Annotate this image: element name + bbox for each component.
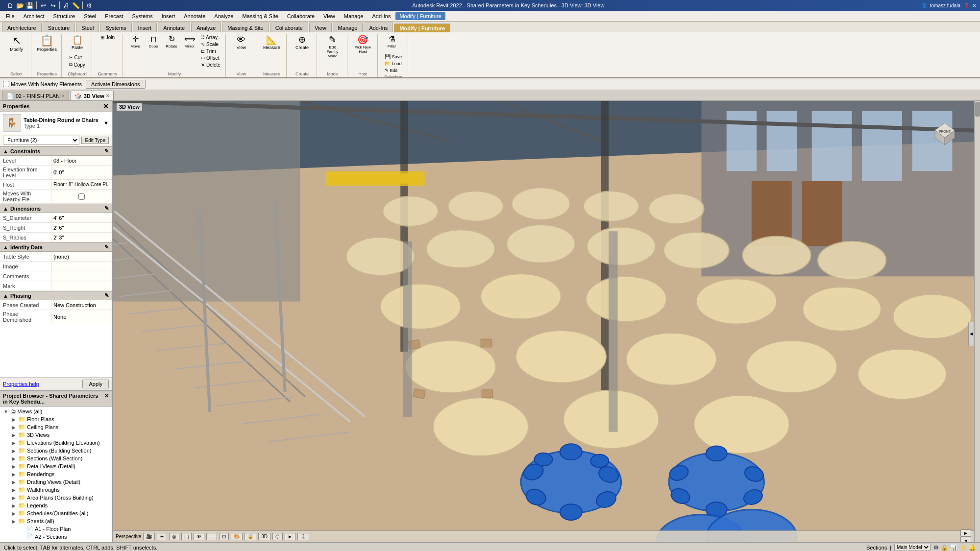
menu-steel[interactable]: Steel	[80, 12, 100, 20]
prop-height-input[interactable]	[53, 225, 110, 231]
moves-with-nearby-checkbox-label[interactable]: Moves With Nearby Elements	[3, 81, 82, 87]
move-btn[interactable]: ✛ Move	[126, 34, 144, 60]
vp-camera-btn[interactable]: 🎥	[143, 533, 155, 540]
menu-precast[interactable]: Precast	[101, 12, 127, 20]
tab-finish-plan[interactable]: 📄 02 - FINISH PLAN ×	[2, 91, 69, 100]
open-btn[interactable]: 📂	[16, 1, 24, 10]
menu-insert[interactable]: Insert	[158, 12, 179, 20]
vp-3d-btn[interactable]: 3D	[258, 533, 270, 540]
tree-a1-floor-plan[interactable]: 📄 A1 - Floor Plan	[17, 525, 111, 533]
settings-btn[interactable]: ⚙	[85, 1, 94, 10]
vp-lock-btn[interactable]: 🔒	[245, 533, 256, 540]
measure-btn[interactable]: 📏	[72, 1, 80, 10]
tree-ceiling-plans[interactable]: ▶ 📁 Ceiling Plans	[9, 423, 111, 431]
section-dimensions[interactable]: ▲ Dimensions ✎	[0, 204, 112, 213]
prop-mark-input[interactable]	[53, 283, 110, 289]
tree-3d-views[interactable]: ▶ 📁 3D Views	[9, 431, 111, 439]
tree-walkthroughs[interactable]: ▶ 📁 Walkthroughs	[9, 486, 111, 494]
finish-plan-tab-close[interactable]: ×	[62, 93, 65, 98]
new-btn[interactable]: 🗋	[6, 1, 15, 10]
tree-legends[interactable]: ▶ 📁 Legends	[9, 502, 111, 509]
prop-image-input[interactable]	[53, 264, 110, 269]
vp-walkthrough-btn[interactable]: 🚶	[297, 533, 309, 540]
prop-elevation-value[interactable]	[51, 166, 112, 179]
tree-views-all[interactable]: ▼ 🗂 Views (all)	[1, 407, 111, 415]
tab-3d-view[interactable]: 🎲 3D View ×	[70, 91, 114, 100]
navigation-cube[interactable]: FRONT	[925, 111, 964, 150]
menu-massing[interactable]: Massing & Site	[238, 12, 282, 20]
prop-moves-checkbox[interactable]	[53, 193, 110, 200]
save-selection-btn[interactable]: 💾 Save	[383, 53, 404, 60]
prop-phase-created-value[interactable]	[51, 300, 112, 310]
tab-collaborate[interactable]: Collaborate	[270, 23, 308, 32]
tree-sections-building[interactable]: ▶ 📁 Sections (Building Section)	[9, 447, 111, 455]
tab-systems[interactable]: Systems	[100, 23, 131, 32]
menu-collaborate[interactable]: Collaborate	[283, 12, 318, 20]
prop-moves-value[interactable]	[51, 190, 112, 203]
print-btn[interactable]: 🖨	[62, 1, 71, 10]
menu-annotate[interactable]: Annotate	[180, 12, 209, 20]
tab-addins[interactable]: Add-Ins	[364, 23, 393, 32]
vp-shadows-btn[interactable]: ◎	[169, 533, 179, 540]
tab-manage[interactable]: Manage	[333, 23, 363, 32]
prop-diameter-value[interactable]	[51, 213, 112, 222]
filter-btn[interactable]: ⚗ Filter	[383, 34, 401, 53]
tree-renderings[interactable]: ▶ 📁 Renderings	[9, 470, 111, 478]
vp-sun-btn[interactable]: ☀	[157, 533, 167, 540]
type-dropdown[interactable]: Furniture (2)	[3, 136, 79, 144]
tab-insert[interactable]: Insert	[133, 23, 157, 32]
vp-render-btn[interactable]: ►	[285, 533, 295, 540]
tree-schedules[interactable]: ▶ 📁 Schedules/Quantities (all)	[9, 509, 111, 517]
properties-help-link[interactable]: Properties help	[3, 381, 39, 387]
edit-type-btn[interactable]: Edit Type	[81, 137, 109, 144]
section-constraints[interactable]: ▲ Constraints ✎	[0, 146, 112, 156]
prop-host-input[interactable]	[53, 182, 110, 187]
prop-comments-value[interactable]	[51, 271, 112, 281]
prop-table-style-value[interactable]	[51, 252, 112, 261]
3d-view-tab-close[interactable]: ×	[106, 93, 109, 98]
vp-hidden-line-btn[interactable]: ⊡	[219, 533, 229, 540]
mirror-btn[interactable]: ⟺ Mirror	[181, 34, 198, 60]
menu-addins[interactable]: Add-Ins	[368, 12, 395, 20]
rotate-btn[interactable]: ↻ Rotate	[163, 34, 180, 60]
right-panel-toggle[interactable]: ◀	[968, 322, 974, 346]
prop-phase-demolished-input[interactable]	[53, 314, 110, 320]
tree-sections-wall[interactable]: ▶ 📁 Sections (Wall Section)	[9, 455, 111, 462]
scale-btn[interactable]: ⤡ Scale	[199, 41, 222, 48]
view-btn[interactable]: 👁 View	[231, 34, 251, 63]
right-scrollbar[interactable]	[974, 101, 980, 542]
tab-structure[interactable]: Structure	[43, 23, 75, 32]
prop-height-value[interactable]	[51, 223, 112, 232]
measure-ribbon-btn[interactable]: 📐 Measure	[261, 34, 282, 63]
menu-file[interactable]: File	[2, 12, 19, 20]
prop-elevation-input[interactable]	[53, 169, 110, 175]
vp-crop-btn[interactable]: ⬚	[181, 533, 192, 540]
paste-btn[interactable]: 📋 Paste	[67, 34, 88, 54]
load-selection-btn[interactable]: 📂 Load	[383, 60, 404, 67]
properties-panel-close[interactable]: ✕	[103, 102, 109, 110]
scrollbar-thumb[interactable]	[975, 102, 980, 117]
prop-radius-value[interactable]	[51, 233, 112, 242]
tab-steel[interactable]: Steel	[76, 23, 99, 32]
offset-btn[interactable]: ↦ Offset	[199, 55, 222, 61]
prop-diameter-input[interactable]	[53, 215, 110, 221]
tree-floor-plans[interactable]: ▶ 📁 Floor Plans	[9, 415, 111, 423]
prop-image-value[interactable]	[51, 262, 112, 271]
prop-radius-input[interactable]	[53, 235, 110, 240]
tree-drafting-views[interactable]: ▶ 📁 Drafting Views (Detail)	[9, 478, 111, 486]
join-geometry-btn[interactable]: ⊞ Join	[98, 34, 117, 41]
prop-phase-created-input[interactable]	[53, 302, 110, 308]
tab-view[interactable]: View	[309, 23, 332, 32]
prop-comments-input[interactable]	[53, 273, 110, 279]
cut-btn[interactable]: ✂ Cut	[67, 54, 84, 61]
menu-systems[interactable]: Systems	[128, 12, 157, 20]
array-btn[interactable]: ⠿ Array	[199, 34, 222, 41]
vp-graphic-display-btn[interactable]: 🎨	[231, 533, 243, 540]
moves-with-nearby-checkbox[interactable]	[3, 81, 9, 87]
vp-next-btn[interactable]: ►	[960, 529, 971, 537]
save-btn[interactable]: 💾	[25, 1, 34, 10]
undo-btn[interactable]: ↩	[39, 1, 48, 10]
edit-family-mode-btn[interactable]: ✎ Edit FamilyMode	[322, 34, 343, 63]
menu-modify-furniture[interactable]: Modify | Furniture	[395, 12, 445, 20]
edit-selection-btn[interactable]: ✎ Edit	[383, 67, 400, 73]
